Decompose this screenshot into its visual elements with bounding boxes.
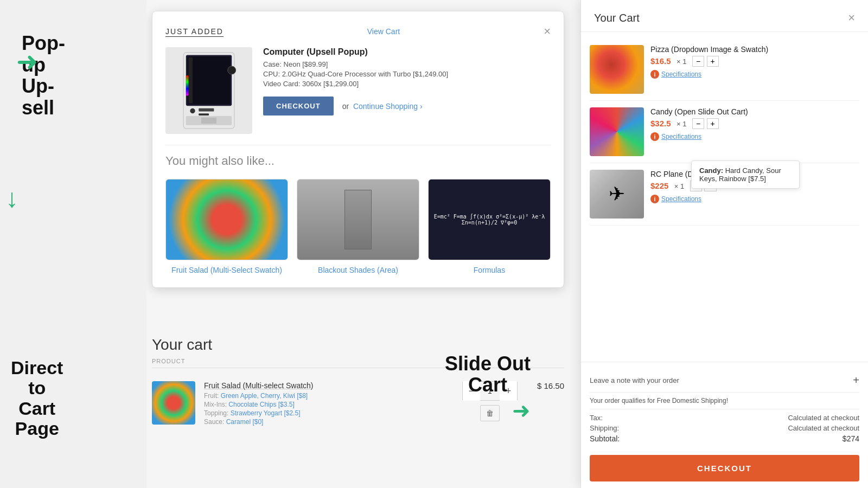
shipping-row: Shipping: Calculated at checkout	[590, 424, 859, 432]
computer-svg-icon	[171, 50, 247, 131]
candy-qty-minus[interactable]: −	[692, 118, 704, 129]
pizza-item-image	[590, 45, 644, 94]
subtotal-row: Subtotal: $274	[590, 434, 859, 443]
popup-arrow-icon: ➜	[16, 46, 38, 76]
totals-section: Tax: Calculated at checkout Shipping: Ca…	[590, 409, 859, 450]
pizza-specs-link[interactable]: i Specifications	[650, 70, 859, 79]
pizza-item-info: Pizza (Dropdown Image & Swatch) $16.5 × …	[650, 45, 859, 94]
candy-qty: × 1	[676, 120, 686, 128]
pizza-price: $16.5	[650, 56, 671, 66]
upsell-item-blackout[interactable]: Blackout Shades (Area)	[297, 179, 419, 274]
cart-row-image	[152, 381, 195, 425]
upsell-popup-modal: JUST ADDED View Cart ×	[152, 11, 564, 288]
cart-topping-attr: Topping: Strawberry Yogart [$2.5]	[204, 409, 454, 417]
plane-specs-link[interactable]: i Specifications	[650, 195, 859, 203]
slide-cart-header: Your Cart ×	[581, 0, 868, 32]
upsell-item-fruitsalad[interactable]: Fruit Salad (Multi-Select Swatch)	[165, 179, 288, 274]
popup-close-button[interactable]: ×	[544, 24, 551, 38]
just-added-label: JUST ADDED	[165, 27, 224, 36]
pizza-visual	[590, 45, 644, 94]
pizza-qty: × 1	[676, 57, 686, 66]
svg-rect-2	[188, 56, 231, 104]
upsell-item-formulas[interactable]: E=mc² F=ma ∫f(x)dx σ²=Σ(x-μ)² λe⁻λ Σn=n(…	[428, 179, 551, 274]
tax-row: Tax: Calculated at checkout	[590, 414, 859, 422]
upsell-blackout-image	[297, 179, 419, 260]
slide-cart-items-list: Pizza (Dropdown Image & Swatch) $16.5 × …	[581, 32, 868, 362]
cart-fruitsalad-visual	[152, 381, 195, 425]
candy-item-image	[590, 107, 644, 156]
pizza-price-qty: $16.5 × 1 − +	[650, 56, 859, 67]
popup-cpu-detail: CPU: 2.0GHz Quad-Core Processor with Tur…	[263, 70, 551, 78]
view-cart-link[interactable]: View Cart	[367, 27, 400, 36]
upsell-blackout-name: Blackout Shades (Area)	[297, 266, 419, 274]
slideout-arrow-icon: ➜	[445, 398, 531, 423]
plane-qty: × 1	[674, 182, 684, 190]
popup-actions: CHECKOUT or Continue Shopping ›	[263, 97, 551, 115]
slide-cart-title: Your Cart	[594, 12, 640, 24]
candy-item-info: Candy (Open Slide Out Cart) $32.5 × 1 − …	[650, 107, 859, 156]
pizza-qty-controls: − +	[692, 56, 719, 66]
plane-item-image: ✈	[590, 170, 644, 219]
candy-visual	[590, 107, 644, 156]
cart-fruit-attr: Fruit: Green Apple, Cherry, Kiwi [$8]	[204, 392, 454, 400]
fruitsalad-visual	[166, 179, 288, 260]
cart-mixins-attr: Mix-Ins: Chocolate Chips [$3.5]	[204, 401, 454, 408]
plane-specs-icon: i	[650, 195, 659, 203]
slide-cart-checkout-button[interactable]: CHECKOUT	[590, 455, 859, 481]
slide-cart-item-candy: Candy (Open Slide Out Cart) $32.5 × 1 − …	[590, 101, 859, 163]
free-shipping-text: Your order qualifies for Free Domestic S…	[590, 393, 859, 409]
subtotal-value: $274	[843, 434, 859, 443]
svg-rect-9	[201, 118, 216, 124]
pizza-qty-minus[interactable]: −	[692, 56, 704, 67]
cart-label: Direct toCart Page	[11, 358, 63, 439]
candy-qty-plus[interactable]: +	[707, 118, 719, 129]
slideout-annotation-label: Slide OutCart	[445, 353, 531, 396]
upsell-fruitsalad-image	[165, 179, 288, 260]
upsell-title: You might also like...	[165, 154, 551, 168]
blackout-visual	[297, 179, 419, 260]
continue-shopping-link[interactable]: Continue Shopping ›	[351, 102, 423, 111]
slide-cart-close-button[interactable]: ×	[848, 11, 855, 25]
popup-header: JUST ADDED View Cart ×	[165, 24, 551, 38]
candy-price: $32.5	[650, 119, 671, 128]
cart-sauce-attr: Sauce: Caramel [$0]	[204, 418, 454, 426]
popup-product-info: Computer (Upsell Popup) Case: Neon [$89.…	[263, 47, 551, 134]
popup-checkout-button[interactable]: CHECKOUT	[263, 97, 334, 115]
svg-rect-7	[199, 113, 209, 115]
svg-rect-6	[199, 108, 214, 112]
tax-label: Tax:	[590, 414, 603, 422]
cart-page-title: Your cart	[152, 336, 564, 354]
upsell-formulas-image: E=mc² F=ma ∫f(x)dx σ²=Σ(x-μ)² λe⁻λ Σn=n(…	[428, 179, 551, 260]
candy-specs-link[interactable]: i Specifications	[650, 132, 859, 141]
leave-note-section[interactable]: Leave a note with your order +	[590, 369, 859, 393]
slide-out-cart: Your Cart × Pizza (Dropdown Image & Swat…	[580, 0, 868, 488]
leave-note-text: Leave a note with your order	[590, 376, 679, 384]
slideout-annotation: Slide OutCart ➜	[445, 353, 531, 423]
shipping-label: Shipping:	[590, 424, 619, 432]
tax-value: Calculated at checkout	[788, 414, 859, 422]
popup-product-section: Computer (Upsell Popup) Case: Neon [$89.…	[165, 47, 551, 134]
cart-arrow-icon: ↓	[5, 183, 18, 213]
product-image	[165, 47, 252, 134]
popup-videocard-detail: Video Card: 3060x [$1,299.00]	[263, 80, 551, 88]
shipping-value: Calculated at checkout	[788, 424, 859, 432]
svg-point-10	[228, 66, 236, 74]
continue-shopping-text: or Continue Shopping ›	[342, 102, 423, 111]
popup-case-detail: Case: Neon [$89.99]	[263, 60, 551, 68]
pizza-qty-plus[interactable]: +	[707, 56, 719, 67]
pizza-item-name: Pizza (Dropdown Image & Swatch)	[650, 45, 859, 54]
candy-item-name: Candy (Open Slide Out Cart)	[650, 107, 859, 116]
slide-cart-footer: Leave a note with your order + Your orde…	[581, 362, 868, 488]
cart-annotation: Direct toCart Page ↓	[5, 179, 18, 213]
blackout-shade-visual	[344, 190, 372, 249]
svg-rect-4	[186, 75, 189, 96]
leave-note-plus-icon: +	[853, 374, 859, 387]
candy-tooltip: Candy: Hard Candy, Sour Keys, Rainbow [$…	[691, 160, 800, 189]
upsell-fruitsalad-name: Fruit Salad (Multi-Select Swatch)	[165, 266, 288, 274]
cart-row-details: Fruit Salad (Multi-select Swatch) Fruit:…	[204, 381, 454, 427]
candy-price-qty: $32.5 × 1 − +	[650, 118, 859, 129]
pizza-specs-icon: i	[650, 70, 659, 79]
popup-divider	[165, 145, 551, 145]
svg-point-5	[190, 108, 195, 113]
plane-price: $225	[650, 181, 668, 190]
